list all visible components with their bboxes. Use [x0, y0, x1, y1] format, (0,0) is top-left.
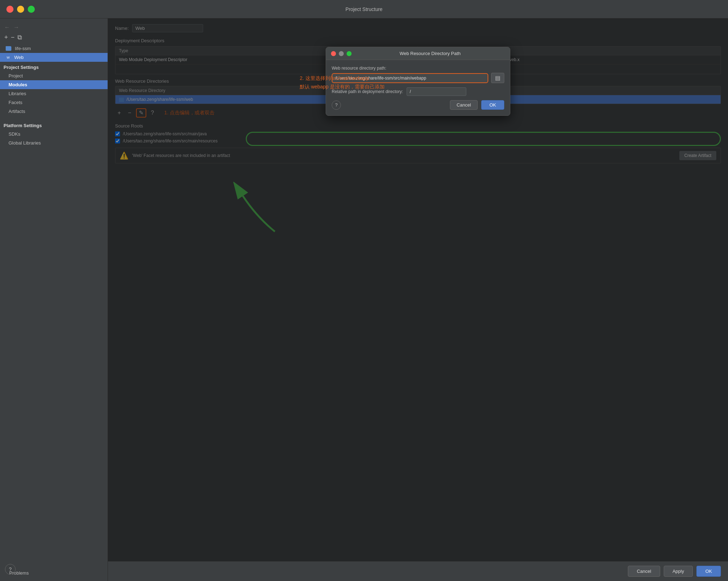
copy-module-button[interactable]: ⧉ [17, 34, 22, 40]
sidebar-toolbar: + − ⧉ [0, 33, 108, 42]
modal-directory-path-label: Web resource directory path: [332, 66, 504, 71]
modal-window-controls [331, 51, 352, 56]
tree-item-life-ssm-label: life-ssm [15, 46, 31, 51]
sidebar-item-global-libraries[interactable]: Global Libraries [0, 139, 108, 147]
apply-button[interactable]: Apply [664, 566, 693, 577]
add-module-button[interactable]: + [4, 34, 8, 40]
cancel-button[interactable]: Cancel [628, 566, 660, 577]
ok-button[interactable]: OK [696, 566, 721, 577]
modal-ok-button[interactable]: OK [481, 100, 504, 110]
modal-help-button[interactable]: ? [332, 101, 341, 110]
sidebar-nav: ← → [0, 22, 108, 33]
sidebar-item-sdks[interactable]: SDKs [0, 130, 108, 139]
modal-body: Web resource directory path: ▤ Relative … [326, 60, 510, 115]
bottom-bar: Cancel Apply OK [108, 561, 728, 581]
close-button[interactable] [6, 6, 13, 13]
tree-item-life-ssm[interactable]: life-ssm [0, 44, 108, 53]
sidebar-item-artifacts[interactable]: Artifacts [0, 107, 108, 116]
sidebar-item-libraries[interactable]: Libraries [0, 89, 108, 98]
sidebar-item-project[interactable]: Project [0, 71, 108, 80]
main-layout: ← → + − ⧉ life-ssm W Web Project Setting… [0, 18, 728, 581]
minimize-button[interactable] [17, 6, 24, 13]
sidebar-bottom: Problems ? [0, 565, 108, 581]
sidebar-item-modules[interactable]: Modules [0, 80, 108, 89]
content-area: Name: Deployment Descriptors Type Path W… [108, 18, 728, 561]
sidebar-item-facets[interactable]: Facets [0, 98, 108, 107]
modal-button-row: ? Cancel OK [332, 100, 504, 110]
tree-item-web[interactable]: W Web [0, 53, 108, 62]
modal-minimize-button[interactable] [339, 51, 344, 56]
title-bar: Project Structure [0, 0, 728, 18]
main-content: Name: Deployment Descriptors Type Path W… [108, 18, 728, 581]
modal-relative-label: Relative path in deployment directory: [332, 89, 403, 94]
modal-relative-row: Relative path in deployment directory: [332, 87, 504, 96]
modal-browse-button[interactable]: ▤ [491, 73, 504, 83]
modal-relative-input[interactable] [407, 87, 466, 96]
modal-overlay: Web Resource Directory Path Web resource… [108, 18, 728, 561]
modal-input-row: ▤ [332, 73, 504, 83]
help-button-sidebar[interactable]: ? [5, 564, 16, 575]
tree-item-web-label: Web [14, 55, 24, 60]
modal-cancel-button[interactable]: Cancel [450, 100, 478, 110]
back-arrow[interactable]: ← [4, 24, 10, 31]
platform-settings-header: Platform Settings [0, 120, 108, 130]
modal-close-button[interactable] [331, 51, 336, 56]
remove-module-button[interactable]: − [11, 34, 15, 40]
modal-title-bar: Web Resource Directory Path [326, 47, 510, 60]
modal-dialog: Web Resource Directory Path Web resource… [326, 47, 510, 116]
forward-arrow[interactable]: → [13, 24, 19, 31]
window-controls [6, 6, 35, 13]
modal-title: Web Resource Directory Path [355, 51, 505, 56]
modal-directory-path-input[interactable] [332, 73, 488, 83]
sidebar: ← → + − ⧉ life-ssm W Web Project Setting… [0, 18, 108, 581]
modal-maximize-button[interactable] [347, 51, 352, 56]
project-settings-header: Project Settings [0, 62, 108, 71]
maximize-button[interactable] [28, 6, 35, 13]
window-title: Project Structure [346, 6, 382, 12]
sidebar-item-problems[interactable]: Problems [6, 569, 102, 577]
